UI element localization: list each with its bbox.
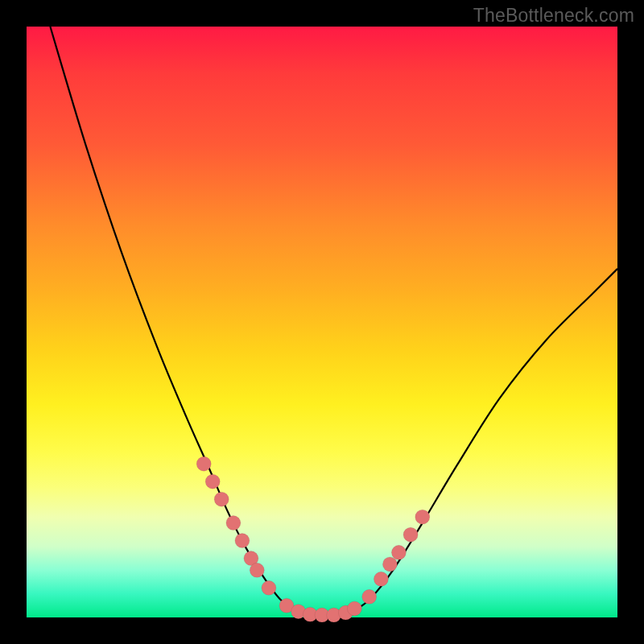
plot-area [27,27,617,617]
marker-dot [235,534,250,548]
marker-dot [382,557,397,572]
marker-dot [415,510,430,524]
marker-dot [262,580,276,595]
marker-dot [374,572,388,586]
marker-dot [362,589,377,604]
chart-svg [27,27,617,617]
bottleneck-curve [50,27,617,618]
marker-dot [250,563,264,577]
marker-dots [196,456,430,622]
marker-dot [403,527,418,542]
marker-dot [214,492,229,506]
chart-container: TheBottleneck.com [0,0,644,644]
marker-dot [196,456,211,471]
marker-dot [226,516,241,530]
marker-dot [391,545,406,559]
marker-dot [205,474,220,489]
marker-dot [347,601,361,616]
watermark-text: TheBottleneck.com [473,5,634,27]
